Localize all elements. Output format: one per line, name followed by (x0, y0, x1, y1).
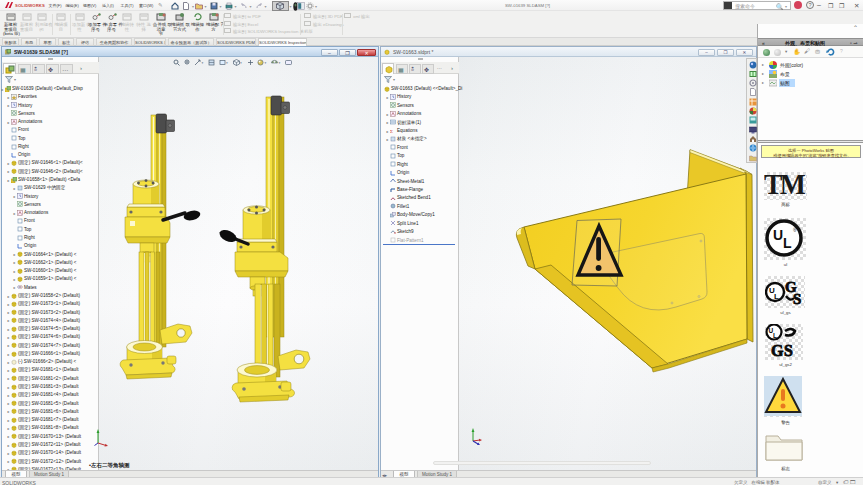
svg-text:G: G (771, 342, 784, 358)
svg-text:L: L (774, 292, 779, 301)
svg-text:S: S (784, 342, 793, 358)
svg-text:L: L (773, 332, 777, 339)
svg-text:L: L (783, 235, 792, 251)
svg-text:®: ® (793, 227, 797, 233)
svg-text:U: U (773, 227, 783, 243)
